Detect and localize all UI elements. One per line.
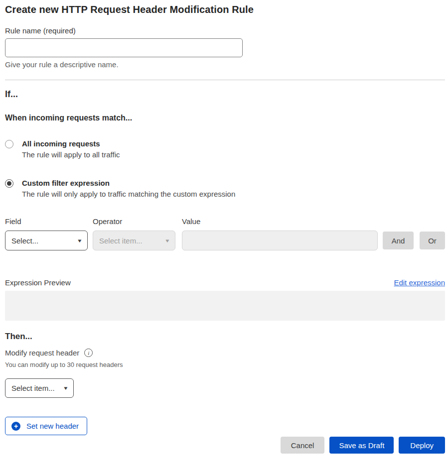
chevron-down-icon: ▾ xyxy=(166,238,169,243)
footer-actions: Cancel Save as Draft Deploy xyxy=(5,437,445,454)
expression-preview-label: Expression Preview xyxy=(5,278,71,287)
incoming-requests-subheading: When incoming requests match... xyxy=(5,114,445,122)
save-as-draft-button[interactable]: Save as Draft xyxy=(329,437,394,454)
operator-select-value: Select item... xyxy=(99,237,143,245)
modify-header-row: Modify request header i xyxy=(5,349,445,357)
chevron-down-icon: ▾ xyxy=(78,238,82,243)
modify-request-header-label: Modify request header xyxy=(5,349,79,357)
value-column: Value xyxy=(182,217,378,250)
then-heading: Then... xyxy=(5,332,445,342)
radio-description: The rule will only apply to traffic matc… xyxy=(22,190,235,198)
operator-column: Operator Select item... ▾ xyxy=(93,217,175,250)
expression-preview-header: Expression Preview Edit expression xyxy=(5,278,445,287)
field-column: Field Select... ▾ xyxy=(5,217,88,250)
and-button[interactable]: And xyxy=(383,232,414,249)
expression-preview-box xyxy=(5,291,445,321)
field-label: Field xyxy=(5,217,88,226)
rule-name-help: Give your rule a descriptive name. xyxy=(5,60,445,69)
header-action-select[interactable]: Select item... ▾ xyxy=(5,378,74,398)
operator-label: Operator xyxy=(93,217,175,226)
rule-name-input[interactable] xyxy=(5,38,243,57)
operator-select[interactable]: Select item... ▾ xyxy=(93,231,175,250)
if-heading: If... xyxy=(5,89,445,100)
header-action-select-value: Select item... xyxy=(11,384,55,392)
deploy-button[interactable]: Deploy xyxy=(399,437,445,454)
value-input[interactable] xyxy=(182,231,378,250)
create-rule-form: Create new HTTP Request Header Modificat… xyxy=(0,4,448,454)
field-select[interactable]: Select... ▾ xyxy=(5,231,88,250)
radio-label: All incoming requests xyxy=(22,139,120,148)
section-divider xyxy=(5,80,445,80)
radio-option-texts: Custom filter expression The rule will o… xyxy=(22,179,235,198)
radio-option-texts: All incoming requests The rule will appl… xyxy=(22,139,120,159)
modify-header-help: You can modify up to 30 request headers xyxy=(5,361,445,368)
radio-option-all-incoming[interactable]: All incoming requests The rule will appl… xyxy=(5,139,445,159)
value-label: Value xyxy=(182,217,378,226)
radio-option-custom-filter[interactable]: Custom filter expression The rule will o… xyxy=(5,179,445,198)
edit-expression-link[interactable]: Edit expression xyxy=(394,278,445,287)
expression-builder-row: Field Select... ▾ Operator Select item..… xyxy=(5,217,445,250)
field-select-value: Select... xyxy=(11,237,38,245)
radio-selected-icon[interactable] xyxy=(5,179,13,188)
radio-unselected-icon[interactable] xyxy=(5,140,13,148)
rule-name-label: Rule name (required) xyxy=(5,26,445,35)
page-title: Create new HTTP Request Header Modificat… xyxy=(5,4,445,15)
plus-icon: + xyxy=(11,422,20,431)
cancel-button[interactable]: Cancel xyxy=(281,437,325,454)
or-button[interactable]: Or xyxy=(420,232,445,249)
radio-label: Custom filter expression xyxy=(22,179,235,187)
chevron-down-icon: ▾ xyxy=(64,385,68,391)
info-icon[interactable]: i xyxy=(84,349,93,357)
radio-description: The rule will apply to all traffic xyxy=(22,150,120,159)
set-new-header-label: Set new header xyxy=(26,422,79,430)
set-new-header-button[interactable]: + Set new header xyxy=(5,417,87,435)
